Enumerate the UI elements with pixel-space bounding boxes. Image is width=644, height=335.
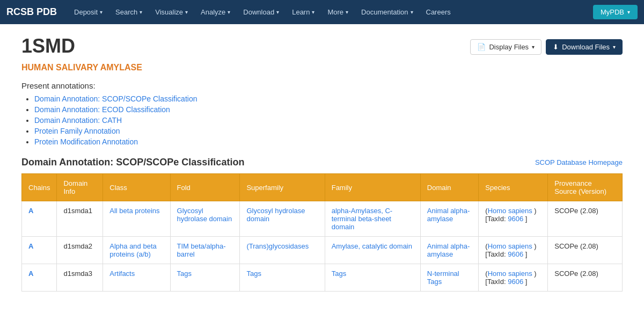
list-item: Domain Annotation: ECOD Classification [34,105,623,114]
family-link[interactable]: alpha-Amylases, C-terminal beta-sheet do… [332,207,392,231]
cell-class: Artifacts [103,264,170,292]
fold-link[interactable]: TIM beta/alpha-barrel [177,242,226,258]
cell-fold: Tags [170,264,240,292]
cell-family: Amylase, catalytic domain [325,237,420,264]
page-title-row: 1SMD 📄 Display Files ▾ ⬇ Download Files … [21,35,623,57]
protein-subtitle: HUMAN SALIVARY AMYLASE [21,63,623,72]
cell-domain-info: d1smda3 [57,264,103,292]
list-item: Protein Family Annotation [34,127,623,135]
section-header: Domain Annotation: SCOP/SCOPe Classifica… [21,157,623,168]
class-link[interactable]: All beta proteins [109,207,159,215]
download-icon: ⬇ [553,43,559,51]
chevron-down-icon: ▾ [140,9,142,15]
cell-domain-info: d1smda1 [57,201,103,237]
chevron-down-icon: ▾ [312,9,314,15]
display-files-button[interactable]: 📄 Display Files ▾ [470,39,541,55]
col-fold: Fold [170,174,240,201]
cell-species: (Homo sapiens ) [TaxId: 9606 ] [479,201,548,237]
annotation-link-pmod[interactable]: Protein Modification Annotation [34,137,138,146]
domain-link[interactable]: Animal alpha-amylase [427,242,470,258]
species-name-link[interactable]: Homo sapiens [488,242,532,250]
domain-link[interactable]: N-terminal Tags [427,270,459,286]
cell-superfamily: Glycosyl hydrolase domain [240,201,325,237]
cell-fold: Glycosyl hydrolase domain [170,201,240,237]
cell-domain: Animal alpha-amylase [420,237,479,264]
class-link[interactable]: Alpha and beta proteins (a/b) [109,242,156,258]
main-content: 1SMD 📄 Display Files ▾ ⬇ Download Files … [0,24,644,302]
taxid-link[interactable]: 9606 [508,278,523,286]
annotation-link-ecod[interactable]: Domain Annotation: ECOD Classification [34,105,170,114]
col-superfamily: Superfamily [240,174,325,201]
fold-link[interactable]: Glycosyl hydrolase domain [177,207,232,223]
chevron-down-icon: ▾ [627,9,630,15]
scop-homepage-link[interactable]: SCOP Database Homepage [535,158,623,166]
file-icon: 📄 [477,43,486,51]
col-family: Family [325,174,420,201]
chevron-down-icon: ▾ [532,44,535,50]
cell-provenance: SCOPe (2.08) [548,237,623,264]
navbar: RCSB PDB Deposit ▾ Search ▾ Visualize ▾ … [0,0,644,24]
species-name-link[interactable]: Homo sapiens [488,270,532,278]
cell-chain: A [22,237,57,264]
cell-chain: A [22,264,57,292]
list-item: Protein Modification Annotation [34,137,623,146]
annotation-link-pfam[interactable]: Protein Family Annotation [34,127,120,135]
annotation-link-scop[interactable]: Domain Annotation: SCOP/SCOPe Classifica… [34,94,197,103]
col-species: Species [479,174,548,201]
family-link[interactable]: Tags [332,270,346,278]
list-item: Domain Annotation: CATH [34,116,623,125]
chevron-down-icon: ▾ [185,9,188,15]
cell-superfamily: Tags [240,264,325,292]
class-link[interactable]: Artifacts [109,270,135,278]
nav-documentation[interactable]: Documentation ▾ [355,0,419,24]
cell-class: All beta proteins [103,201,170,237]
chevron-down-icon: ▾ [100,9,103,15]
cell-superfamily: (Trans)glycosidases [240,237,325,264]
taxid-link[interactable]: 9606 [508,250,523,258]
taxid-link[interactable]: 9606 [508,215,523,223]
site-logo[interactable]: RCSB PDB [6,6,57,18]
fold-link[interactable]: Tags [177,270,192,278]
table-header-row: Chains Domain Info Class Fold Superfamil… [22,174,623,201]
title-buttons: 📄 Display Files ▾ ⬇ Download Files ▾ [470,39,623,55]
page-title: 1SMD [21,35,75,57]
cell-fold: TIM beta/alpha-barrel [170,237,240,264]
annotation-link-cath[interactable]: Domain Annotation: CATH [34,116,122,125]
superfamily-link[interactable]: Tags [246,270,261,278]
domain-link[interactable]: Animal alpha-amylase [427,207,470,223]
col-class: Class [103,174,170,201]
section-title: Domain Annotation: SCOP/SCOPe Classifica… [21,157,244,168]
superfamily-link[interactable]: (Trans)glycosidases [246,242,309,250]
col-provenance: Provenance Source (Version) [548,174,623,201]
col-chains: Chains [22,174,57,201]
cell-domain: N-terminal Tags [420,264,479,292]
superfamily-link[interactable]: Glycosyl hydrolase domain [246,207,305,223]
table-row: A d1smda2 Alpha and beta proteins (a/b) … [22,237,623,264]
cell-species: (Homo sapiens ) [TaxId: 9606 ] [479,237,548,264]
cell-domain-info: d1smda2 [57,237,103,264]
chevron-down-icon: ▾ [228,9,230,15]
nav-search[interactable]: Search ▾ [109,0,149,24]
chain-link[interactable]: A [28,207,33,215]
cell-family: alpha-Amylases, C-terminal beta-sheet do… [325,201,420,237]
nav-download[interactable]: Download ▾ [237,0,286,24]
nav-visualize[interactable]: Visualize ▾ [149,0,194,24]
table-row: A d1smda3 Artifacts Tags Tags Tags N-ter… [22,264,623,292]
chevron-down-icon: ▾ [411,9,413,15]
download-files-button[interactable]: ⬇ Download Files ▾ [546,39,623,55]
mypdb-button[interactable]: MyPDB ▾ [593,5,638,19]
list-item: Domain Annotation: SCOP/SCOPe Classifica… [34,94,623,103]
species-name-link[interactable]: Homo sapiens [488,207,532,215]
nav-deposit[interactable]: Deposit ▾ [68,0,109,24]
nav-more[interactable]: More ▾ [321,0,355,24]
family-link[interactable]: Amylase, catalytic domain [332,242,412,250]
nav-analyze[interactable]: Analyze ▾ [194,0,237,24]
cell-provenance: SCOPe (2.08) [548,264,623,292]
nav-learn[interactable]: Learn ▾ [286,0,321,24]
chevron-down-icon: ▾ [346,9,348,15]
cell-provenance: SCOPe (2.08) [548,201,623,237]
nav-careers[interactable]: Careers [420,0,457,24]
annotations-list: Domain Annotation: SCOP/SCOPe Classifica… [21,94,623,146]
chain-link[interactable]: A [28,270,33,278]
chain-link[interactable]: A [28,242,33,250]
